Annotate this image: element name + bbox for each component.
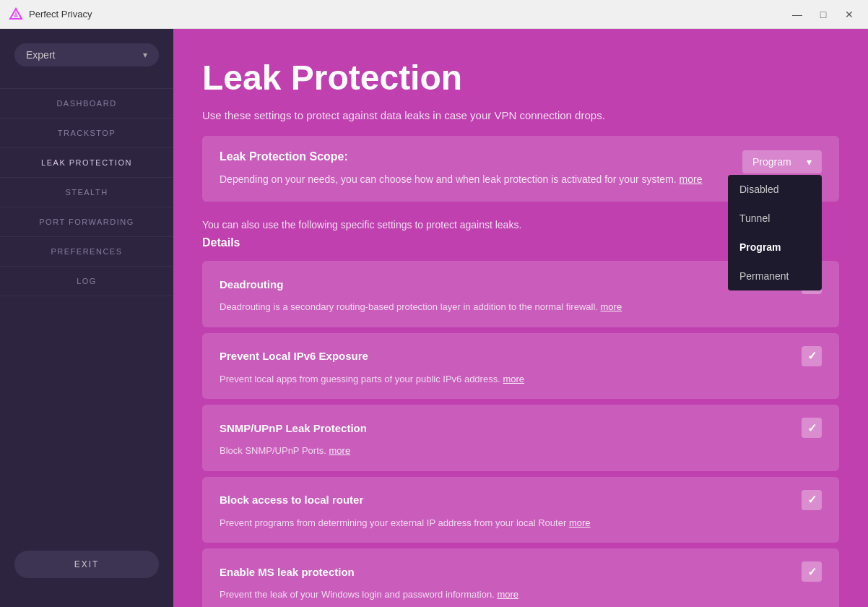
app-logo: [9, 7, 23, 22]
sidebar-mode-label: Expert: [26, 49, 55, 61]
dropdown-option-permanent[interactable]: Permanent: [728, 262, 822, 290]
checkmark-icon: ✓: [807, 349, 817, 363]
sidebar-item-label: PREFERENCES: [51, 247, 122, 256]
feature-title-ipv6: Prevent Local IPv6 Exposure: [220, 350, 368, 362]
feature-card-top: Block access to local router ✓: [220, 490, 822, 510]
feature-desc-ms-leak: Prevent the leak of your Windows login a…: [220, 587, 822, 602]
minimize-button[interactable]: —: [787, 4, 807, 25]
exit-button[interactable]: EXIT: [14, 551, 159, 578]
sidebar-item-stealth[interactable]: STEALTH: [0, 177, 173, 207]
scope-more-link[interactable]: more: [680, 173, 703, 185]
scope-card-content: Leak Protection Scope: Depending on your…: [220, 150, 703, 187]
feature-desc-snmp: Block SNMP/UPnP Ports. more: [220, 444, 822, 458]
feature-card-ipv6: Prevent Local IPv6 Exposure ✓ Prevent lo…: [202, 333, 839, 400]
maximize-button[interactable]: □: [813, 4, 833, 25]
sidebar-item-label: PORT FORWARDING: [39, 218, 134, 226]
feature-title-ms-leak: Enable MS leak protection: [220, 566, 355, 578]
feature-card-snmp: SNMP/UPnP Leak Protection ✓ Block SNMP/U…: [202, 405, 839, 471]
main-header: Leak Protection Use these settings to pr…: [173, 29, 868, 136]
dropdown-option-tunnel[interactable]: Tunnel: [728, 204, 822, 233]
feature-desc-router: Prevent programs from determining your e…: [220, 516, 822, 530]
dropdown-option-program[interactable]: Program: [728, 233, 822, 262]
titlebar-controls: — □ ✕: [787, 4, 859, 25]
feature-title-deadrouting: Deadrouting: [220, 278, 283, 290]
main-content: Leak Protection Use these settings to pr…: [173, 29, 868, 607]
feature-card-top: Enable MS leak protection ✓: [220, 561, 822, 582]
feature-card-top: Prevent Local IPv6 Exposure ✓: [220, 346, 822, 366]
snmp-more-link[interactable]: more: [329, 445, 351, 456]
scope-card-header: Leak Protection Scope: Depending on your…: [220, 150, 822, 187]
sidebar-item-port-forwarding[interactable]: PORT FORWARDING: [0, 207, 173, 236]
sidebar-item-label: LOG: [77, 277, 97, 285]
app-body: Expert ▾ DASHBOARD TRACKSTOP LEAK PROTEC…: [0, 29, 868, 607]
scope-dropdown-button[interactable]: Program ▾: [742, 150, 822, 173]
scope-dropdown-menu: Disabled Tunnel Program Permanent: [728, 175, 822, 290]
sidebar-item-label: LEAK PROTECTION: [41, 158, 132, 167]
sidebar-item-trackstop[interactable]: TRACKSTOP: [0, 118, 173, 147]
sidebar-item-dashboard[interactable]: DASHBOARD: [0, 88, 173, 118]
main-body: Leak Protection Scope: Depending on your…: [173, 136, 868, 607]
feature-desc-deadrouting: Deadrouting is a secondary routing-based…: [220, 300, 822, 314]
dropdown-arrow-icon: ▾: [807, 156, 812, 168]
checkbox-ms-leak[interactable]: ✓: [802, 561, 822, 582]
checkbox-ipv6[interactable]: ✓: [802, 346, 822, 366]
page-subtitle: Use these settings to protect against da…: [202, 109, 839, 121]
scope-dropdown-container: Program ▾ Disabled Tunnel Program Perman…: [742, 150, 822, 173]
ms-leak-more-link[interactable]: more: [497, 589, 518, 600]
sidebar-mode-dropdown[interactable]: Expert ▾: [14, 43, 159, 66]
feature-desc-ipv6: Prevent local apps from guessing parts o…: [220, 372, 822, 387]
sidebar-nav: DASHBOARD TRACKSTOP LEAK PROTECTION STEA…: [0, 88, 173, 536]
page-title: Leak Protection: [202, 58, 839, 98]
checkmark-icon: ✓: [807, 421, 817, 435]
feature-title-router: Block access to local router: [220, 494, 363, 506]
checkbox-snmp[interactable]: ✓: [802, 418, 822, 438]
feature-card-ms-leak: Enable MS leak protection ✓ Prevent the …: [202, 548, 839, 607]
ipv6-more-link[interactable]: more: [503, 374, 524, 384]
feature-card-top: SNMP/UPnP Leak Protection ✓: [220, 418, 822, 438]
sidebar-exit: EXIT: [14, 551, 159, 578]
titlebar-title: Perfect Privacy: [29, 9, 92, 20]
titlebar-left: Perfect Privacy: [9, 7, 92, 22]
checkmark-icon: ✓: [807, 493, 817, 507]
titlebar: Perfect Privacy — □ ✕: [0, 0, 868, 29]
checkmark-icon: ✓: [807, 565, 817, 579]
dropdown-option-disabled[interactable]: Disabled: [728, 175, 822, 204]
sidebar-item-label: DASHBOARD: [56, 99, 116, 108]
checkbox-router[interactable]: ✓: [802, 490, 822, 510]
scope-dropdown-selected: Program: [752, 156, 791, 168]
sidebar: Expert ▾ DASHBOARD TRACKSTOP LEAK PROTEC…: [0, 29, 173, 607]
sidebar-item-label: STEALTH: [65, 188, 108, 197]
feature-card-router: Block access to local router ✓ Prevent p…: [202, 477, 839, 543]
chevron-down-icon: ▾: [143, 50, 147, 60]
sidebar-item-log[interactable]: LOG: [0, 266, 173, 296]
scope-card: Leak Protection Scope: Depending on your…: [202, 136, 839, 202]
deadrouting-more-link[interactable]: more: [601, 301, 622, 312]
sidebar-item-preferences[interactable]: PREFERENCES: [0, 236, 173, 266]
scope-card-title: Leak Protection Scope:: [220, 150, 703, 163]
sidebar-item-leak-protection[interactable]: LEAK PROTECTION: [0, 147, 173, 177]
close-button[interactable]: ✕: [839, 4, 859, 25]
feature-title-snmp: SNMP/UPnP Leak Protection: [220, 422, 367, 434]
router-more-link[interactable]: more: [569, 517, 591, 528]
scope-card-desc: Depending on your needs, you can choose …: [220, 172, 703, 187]
sidebar-item-label: TRACKSTOP: [58, 129, 116, 137]
